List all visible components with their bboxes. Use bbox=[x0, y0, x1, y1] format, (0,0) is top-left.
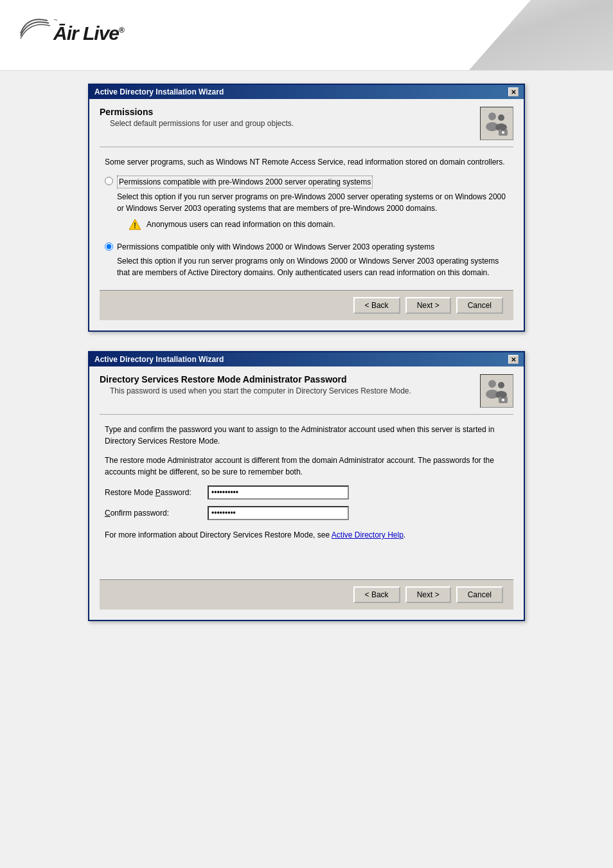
confirm-label: Confirm password: bbox=[105, 507, 208, 519]
confirm-input[interactable] bbox=[208, 506, 349, 520]
dialog1-section-title: Permissions bbox=[100, 107, 480, 117]
dialog1-close-button[interactable]: ✕ bbox=[508, 87, 519, 96]
dialog2-title: Active Directory Installation Wizard bbox=[94, 355, 224, 364]
password-label: Restore Mode Password: bbox=[105, 487, 208, 498]
dialog2-titlebar: Active Directory Installation Wizard ✕ bbox=[89, 352, 524, 366]
dialog1-body: Permissions Select default permissions f… bbox=[89, 99, 524, 330]
dialog2-section-header: Directory Services Restore Mode Administ… bbox=[100, 374, 513, 415]
dialog-password: Active Directory Installation Wizard ✕ D… bbox=[88, 351, 525, 621]
dialog1-content: Some server programs, such as Windows NT… bbox=[100, 156, 513, 282]
dialog2-section-title: Directory Services Restore Mode Administ… bbox=[100, 374, 480, 384]
dialog2-icon bbox=[480, 374, 513, 408]
svg-point-0 bbox=[488, 113, 496, 120]
dialog1-next-button[interactable]: Next > bbox=[405, 297, 451, 314]
password-row: Restore Mode Password: bbox=[105, 485, 508, 500]
dialog-permissions: Active Directory Installation Wizard ✕ P… bbox=[88, 84, 525, 332]
dialog1-title: Active Directory Installation Wizard bbox=[94, 87, 224, 96]
warning-box: ! Anonymous users can read information o… bbox=[129, 218, 508, 231]
dialog2-info-text1: Type and confirm the password you want t… bbox=[105, 424, 508, 447]
confirm-row: Confirm password: bbox=[105, 506, 508, 520]
dialog1-back-button[interactable]: < Back bbox=[353, 297, 400, 314]
dialog1-header-text: Permissions Select default permissions f… bbox=[100, 107, 480, 128]
warning-text: Anonymous users can read information on … bbox=[147, 219, 335, 230]
dialog2-section-subtitle: This password is used when you start the… bbox=[110, 386, 480, 395]
svg-rect-14 bbox=[501, 395, 505, 398]
dialog1-titlebar: Active Directory Installation Wizard ✕ bbox=[89, 85, 524, 99]
main-content: Active Directory Installation Wizard ✕ P… bbox=[0, 71, 613, 634]
svg-point-2 bbox=[498, 114, 504, 121]
radio2-label-container: Permissions compatible only with Windows… bbox=[117, 241, 508, 282]
svg-text:!: ! bbox=[134, 221, 136, 230]
radio1-desc: Select this option if you run server pro… bbox=[117, 191, 508, 214]
dialog2-back-button[interactable]: < Back bbox=[353, 586, 400, 603]
dialog2-body: Directory Services Restore Mode Administ… bbox=[89, 366, 524, 620]
permissions-icon bbox=[483, 110, 510, 137]
svg-point-6 bbox=[502, 131, 504, 134]
radio2-input[interactable] bbox=[105, 242, 113, 251]
svg-point-15 bbox=[502, 399, 504, 401]
dialog1-cancel-button[interactable]: Cancel bbox=[456, 297, 503, 314]
active-directory-help-link[interactable]: Active Directory Help bbox=[332, 530, 404, 539]
radio2-label: Permissions compatible only with Windows… bbox=[117, 242, 434, 251]
dialog1-footer: < Back Next > Cancel bbox=[100, 290, 513, 320]
dialog2-content: Type and confirm the password you want t… bbox=[100, 424, 513, 541]
logo-area: ~ Āir Live® bbox=[0, 0, 613, 71]
dialog1-icon bbox=[480, 107, 513, 140]
svg-point-9 bbox=[488, 380, 496, 388]
footer-text-end: . bbox=[404, 530, 405, 539]
dialog2-close-button[interactable]: ✕ bbox=[508, 355, 519, 364]
logo-text: Āir Live® bbox=[53, 24, 124, 43]
dialog2-info-text2: The restore mode Administrator account i… bbox=[105, 455, 508, 478]
dialog2-cancel-button[interactable]: Cancel bbox=[456, 586, 503, 603]
dialog1-section-subtitle: Select default permissions for user and … bbox=[110, 119, 480, 128]
radio1-label-container: Permissions compatible with pre-Windows … bbox=[117, 176, 508, 237]
dialog2-footer: < Back Next > Cancel bbox=[100, 579, 513, 610]
dialog1-info-text: Some server programs, such as Windows NT… bbox=[105, 156, 508, 168]
warning-icon: ! bbox=[129, 218, 141, 231]
footer-info-text: For more information about Directory Ser… bbox=[105, 529, 508, 541]
password-input[interactable] bbox=[208, 485, 349, 500]
svg-point-11 bbox=[498, 382, 504, 388]
radio-option-2: Permissions compatible only with Windows… bbox=[105, 241, 508, 282]
dialog1-section-header: Permissions Select default permissions f… bbox=[100, 107, 513, 147]
radio-option-1: Permissions compatible with pre-Windows … bbox=[105, 176, 508, 237]
dialog2-next-button[interactable]: Next > bbox=[405, 586, 451, 603]
svg-rect-5 bbox=[501, 128, 505, 131]
password-icon bbox=[483, 377, 510, 404]
dialog2-header-text: Directory Services Restore Mode Administ… bbox=[100, 374, 480, 395]
footer-text-before: For more information about Directory Ser… bbox=[105, 530, 332, 539]
radio1-input[interactable] bbox=[105, 177, 113, 185]
radio2-desc: Select this option if you run server pro… bbox=[117, 255, 508, 278]
logo-swoosh-icon bbox=[15, 9, 51, 48]
radio1-label: Permissions compatible with pre-Windows … bbox=[117, 176, 373, 188]
